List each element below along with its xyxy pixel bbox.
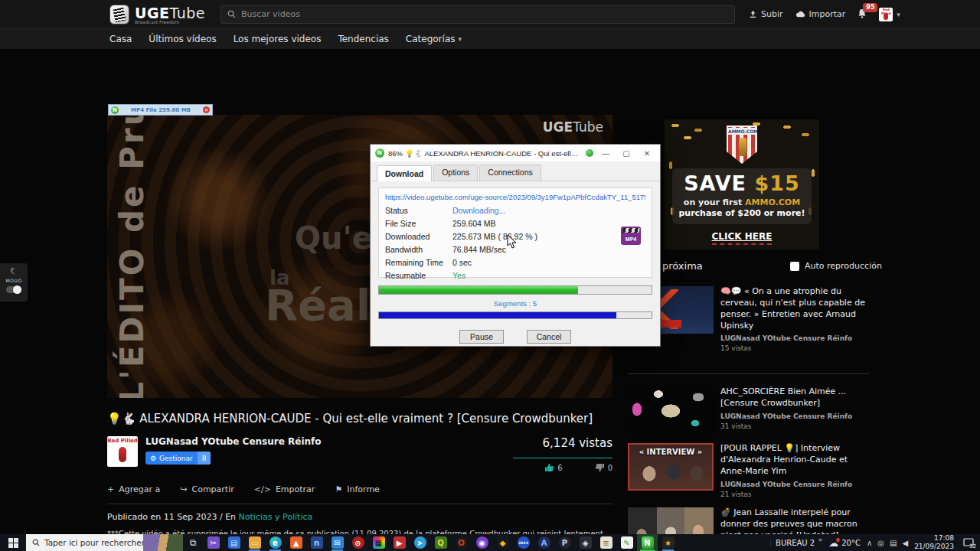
scissors-app-icon[interactable]: ✂ bbox=[203, 534, 224, 551]
hidden-icons-chevron[interactable]: ∧ bbox=[867, 539, 872, 547]
video-page-title: 💡🐇 ALEXANDRA HENRION-CAUDE - Qui est-ell… bbox=[107, 412, 612, 425]
dislike-button[interactable]: 0 bbox=[595, 463, 612, 472]
action-icon: </> bbox=[254, 484, 271, 494]
tray-network-icon[interactable]: ▤ bbox=[890, 539, 897, 547]
ammo-ad-banner[interactable]: AMMO.COM SAVE $15 on your first AMMO.COM… bbox=[665, 119, 819, 249]
taskbar-clock[interactable]: 17:08 21/09/2023 bbox=[914, 534, 954, 551]
video-thumbnail[interactable]: « INTERVIEW » bbox=[628, 443, 714, 491]
view-count: 6,124 vistas bbox=[513, 436, 612, 450]
channel-avatar[interactable] bbox=[107, 436, 138, 467]
dialog-tab[interactable]: Download bbox=[377, 165, 432, 181]
video-action-button[interactable]: </> Empotrar bbox=[254, 484, 315, 494]
close-icon[interactable]: ✕ bbox=[203, 106, 210, 113]
video-action-button[interactable]: + Agregar a bbox=[107, 484, 160, 494]
dialog-tab[interactable]: Options bbox=[433, 165, 478, 181]
pinned-apps: ✂ ▤ ▭ e ▲ n ✉ bbox=[203, 534, 678, 551]
windows-logo-icon bbox=[8, 538, 18, 548]
maximize-button[interactable]: ▢ bbox=[618, 149, 635, 158]
nav-item[interactable]: Tendencias bbox=[338, 34, 391, 44]
manage-button[interactable]: ⚙ Gestionar 8 bbox=[145, 452, 211, 465]
related-video-item[interactable]: « INTERVIEW » [POUR RAPPEL 💡] Interview … bbox=[628, 443, 869, 498]
file-explorer-icon[interactable]: ▭ bbox=[244, 534, 265, 551]
pause-button[interactable]: Pause bbox=[459, 330, 504, 344]
video-action-button[interactable]: ⚑ Informe bbox=[335, 484, 380, 494]
weather-widget[interactable]: ☁ 20°C bbox=[828, 537, 861, 549]
nav-item[interactable]: Los mejores videos bbox=[234, 34, 325, 44]
opera-icon[interactable]: O bbox=[451, 534, 472, 551]
related-video-title[interactable]: AHC_SORCIÈRE Bien Aimée ... [Censure Cro… bbox=[720, 386, 869, 409]
tray-volume-icon[interactable]: ◀ bbox=[902, 539, 908, 547]
download-manager-float-bar[interactable]: N MP4 File 259.60 MB ✕ bbox=[108, 104, 213, 116]
cloud-import-icon bbox=[795, 10, 805, 18]
blue-tool-app-icon[interactable]: ▤ bbox=[224, 534, 244, 551]
related-video-channel[interactable]: LUGNasad YOtube Censure Réinfo bbox=[720, 412, 869, 420]
search-icon bbox=[32, 539, 40, 546]
dialog-titlebar[interactable]: N 86% 💡🐇 ALEXANDRA HENRION-CAUDE - Qui e… bbox=[371, 145, 660, 161]
notepad-plus-icon[interactable]: ✎ bbox=[616, 534, 637, 551]
notifications-button[interactable]: 95 bbox=[858, 8, 867, 21]
video-action-button[interactable]: ↪ Compartir bbox=[180, 484, 234, 494]
notepad-icon[interactable]: ≡ bbox=[596, 534, 616, 551]
star-app-icon[interactable]: ★ bbox=[658, 534, 678, 551]
related-video-item[interactable]: AHC_SORCIÈRE Bien Aimée ... [Censure Cro… bbox=[628, 373, 869, 434]
mail-icon[interactable]: ✉ bbox=[327, 534, 348, 551]
import-button[interactable]: Importar bbox=[795, 9, 846, 19]
dialog-tab[interactable]: Connections bbox=[479, 165, 541, 181]
task-view-button[interactable]: ⧉ bbox=[183, 537, 203, 548]
related-video-title[interactable]: 🧠💬 « On a une atrophie du cerveau, qui n… bbox=[720, 286, 869, 331]
nav-item[interactable]: Últimos vídeos bbox=[149, 34, 219, 44]
framework-app-icon[interactable]: n bbox=[306, 534, 327, 551]
category-link[interactable]: Noticias y Política bbox=[239, 512, 313, 522]
cancel-button[interactable]: Cancel bbox=[527, 330, 571, 344]
dark-mode-toggle[interactable] bbox=[6, 286, 21, 293]
nav-item[interactable]: Categorías ▾ bbox=[406, 34, 462, 44]
color-grid-app-icon[interactable]: ▦ bbox=[368, 534, 389, 551]
minimize-button[interactable]: — bbox=[597, 149, 614, 158]
virtual-desktop-label[interactable]: BUREAU 2 bbox=[770, 539, 822, 547]
brave-icon[interactable]: ▲ bbox=[286, 534, 306, 551]
action-center-button[interactable]: 32 bbox=[960, 534, 977, 551]
action-icon: + bbox=[107, 484, 114, 494]
upload-button[interactable]: Subir bbox=[749, 9, 783, 19]
neat-download-manager-icon[interactable]: N bbox=[637, 534, 658, 551]
binance-icon[interactable]: ◆ bbox=[492, 534, 513, 551]
search-icon bbox=[227, 10, 236, 18]
download-info-row: File Size 259.604 MB bbox=[385, 219, 645, 228]
video-thumbnail[interactable] bbox=[628, 386, 714, 434]
related-video-channel[interactable]: LUGNasad YOtube Censure Réinfo bbox=[720, 481, 869, 488]
nav-item[interactable]: Casa bbox=[109, 34, 135, 44]
related-video-channel[interactable]: LUGNasad YOtube Censure Réinfo bbox=[720, 334, 869, 342]
power-app-icon[interactable]: ⊙ bbox=[348, 534, 368, 551]
float-bar-file-label[interactable]: MP4 File 259.60 MB bbox=[119, 107, 203, 113]
year-2023-app-icon[interactable]: 2023 bbox=[513, 534, 534, 551]
p-app-icon[interactable]: P bbox=[554, 534, 575, 551]
publish-info: Publicado en 11 Sep 2023 / En Noticias y… bbox=[107, 512, 612, 522]
a-app-icon[interactable]: A bbox=[534, 534, 554, 551]
search-input[interactable] bbox=[241, 9, 728, 19]
podcast-app-icon[interactable]: ◉ bbox=[472, 534, 492, 551]
qgis-icon[interactable]: Q bbox=[430, 534, 451, 551]
related-video-item[interactable]: 🧠💬 « On a une atrophie du cerveau, qui n… bbox=[628, 286, 869, 352]
download-info-row: Resumable Yes bbox=[385, 271, 645, 280]
tray-accessibility-icon[interactable]: ◎ bbox=[877, 539, 884, 547]
account-menu[interactable]: ▾ bbox=[879, 8, 900, 21]
download-url[interactable]: https://video.ugetube.com/uge-source/202… bbox=[385, 193, 645, 201]
diamond-app-icon[interactable]: ◈ bbox=[575, 534, 596, 551]
header-search[interactable] bbox=[220, 5, 735, 24]
like-button[interactable]: 6 bbox=[544, 463, 562, 472]
mouse-cursor bbox=[507, 234, 517, 249]
start-button[interactable] bbox=[0, 534, 26, 551]
close-button[interactable]: ✕ bbox=[639, 149, 655, 158]
taskbar-search[interactable]: Taper ici pour rechercher bbox=[26, 534, 183, 551]
telegram-icon[interactable]: ➤ bbox=[410, 534, 430, 551]
channel-name[interactable]: LUGNasad YOtube Censure Réinfo bbox=[145, 436, 322, 447]
edge-icon[interactable]: e bbox=[265, 534, 286, 551]
ugetube-logo[interactable]: UGETube Broadcast Freedom bbox=[109, 5, 205, 24]
search-highlight-image[interactable] bbox=[143, 534, 183, 551]
dark-mode-panel: ☾ MODO bbox=[0, 263, 28, 302]
download-info-row: Status Downloading... bbox=[385, 206, 645, 215]
ad-click-here-button[interactable]: CLICK HERE bbox=[712, 231, 773, 245]
autoplay-checkbox[interactable] bbox=[790, 262, 799, 271]
related-video-title[interactable]: [POUR RAPPEL 💡] Interview d'Alexandra He… bbox=[720, 443, 869, 478]
screen-recorder-icon[interactable]: ▶ bbox=[389, 534, 410, 551]
